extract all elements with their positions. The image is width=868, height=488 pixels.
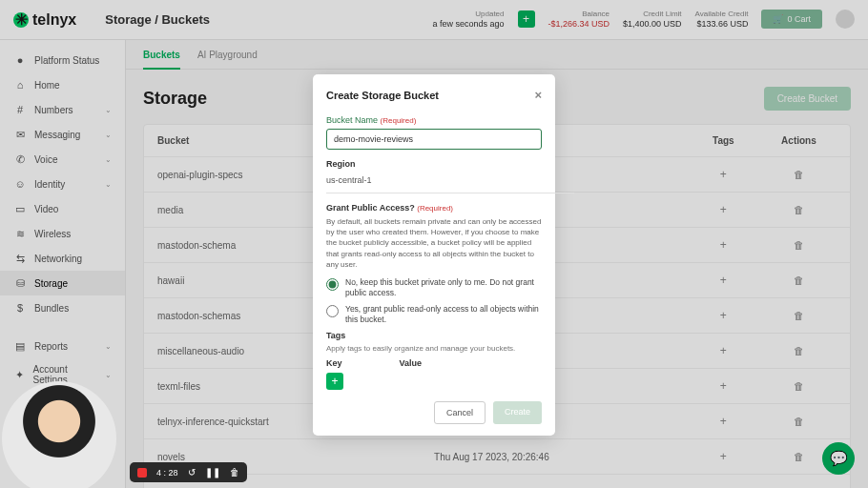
add-tag-button[interactable]: + xyxy=(326,373,343,390)
region-label: Region xyxy=(326,159,542,169)
bucket-name-input[interactable] xyxy=(326,129,542,150)
pause-icon[interactable]: ❚❚ xyxy=(205,467,220,478)
create-button[interactable]: Create xyxy=(493,401,542,424)
radio-public[interactable]: Yes, grant public read-only access to al… xyxy=(326,304,542,325)
region-select[interactable]: us-central-1 xyxy=(326,173,574,193)
cancel-button[interactable]: Cancel xyxy=(434,401,486,424)
tags-label: Tags xyxy=(326,331,542,340)
radio-public-input[interactable] xyxy=(326,305,339,317)
public-access-help: By default, all buckets remain private a… xyxy=(326,216,542,270)
public-access-label: Grant Public Access? (Required) xyxy=(326,203,542,213)
radio-private[interactable]: No, keep this bucket private only to me.… xyxy=(326,277,542,298)
record-icon[interactable] xyxy=(137,468,147,478)
tags-kv-header: KeyValue xyxy=(326,358,542,368)
rewind-icon[interactable]: ↺ xyxy=(188,467,196,478)
presenter-avatar xyxy=(2,381,116,488)
modal-title: Create Storage Bucket xyxy=(326,90,439,101)
create-bucket-modal: Create Storage Bucket × Bucket Name (Req… xyxy=(313,74,555,436)
bucket-name-label: Bucket Name (Required) xyxy=(326,115,542,125)
tags-help: Apply tags to easily organize and manage… xyxy=(326,344,542,353)
recorder-bar: 4 : 28 ↺ ❚❚ 🗑 xyxy=(130,462,247,482)
recorder-time: 4 : 28 xyxy=(156,468,178,478)
radio-private-input[interactable] xyxy=(326,278,339,291)
close-icon[interactable]: × xyxy=(534,88,542,102)
trash-icon[interactable]: 🗑 xyxy=(230,467,239,478)
